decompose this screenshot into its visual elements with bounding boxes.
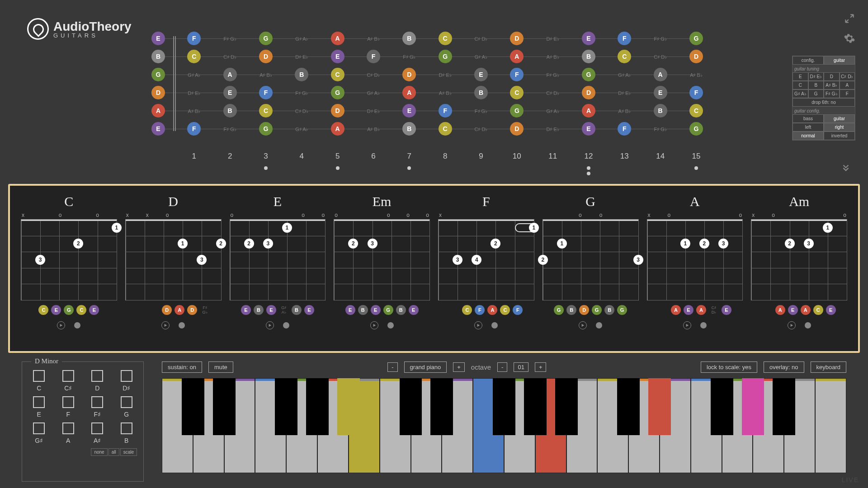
play-chord-icon[interactable] [474, 321, 482, 329]
fret-note[interactable]: C [507, 86, 526, 99]
config-option[interactable]: guitar [824, 114, 855, 123]
fret-note[interactable]: B [292, 68, 311, 81]
fret-note[interactable]: A♯ B♭ [687, 71, 706, 78]
fret-note[interactable]: A [651, 68, 670, 81]
fret-note[interactable]: B [579, 50, 598, 63]
tuning-cell[interactable]: G [808, 89, 824, 98]
fret-note[interactable]: G [687, 32, 706, 45]
config-option[interactable]: guitar [824, 56, 855, 65]
fret-note[interactable]: D [256, 50, 275, 63]
black-key[interactable] [337, 378, 360, 435]
record-chord-icon[interactable] [805, 322, 811, 328]
scale-note-toggle[interactable] [91, 422, 103, 434]
chord-E[interactable]: Eooo123EBEG♯ A♭BE [230, 194, 326, 343]
tuning-cell[interactable]: D♯ E♭ [808, 72, 824, 81]
fret-note[interactable]: D♯ E♭ [543, 126, 562, 132]
fret-note[interactable]: A [221, 68, 240, 81]
stepper[interactable]: + [535, 362, 547, 372]
fret-note[interactable]: E [651, 86, 670, 99]
black-key[interactable] [430, 378, 453, 435]
fret-note[interactable]: G [256, 122, 275, 136]
fret-note[interactable]: E [328, 50, 347, 63]
fret-note[interactable]: F♯ G♭ [400, 53, 419, 60]
fret-note[interactable]: D [579, 86, 598, 99]
fret-note[interactable]: E [472, 68, 491, 81]
scale-note-toggle[interactable] [62, 370, 74, 382]
white-key-C[interactable] [815, 378, 846, 473]
fret-note[interactable]: A [328, 32, 347, 45]
fret-note[interactable]: F [507, 68, 526, 81]
config-option[interactable]: normal [793, 131, 824, 140]
fret-note[interactable]: D [507, 32, 526, 45]
chord-F[interactable]: Fx1234CFACF [438, 194, 534, 343]
fret-note[interactable]: A [400, 86, 419, 99]
black-key[interactable] [524, 378, 547, 435]
lock-to-scale-toggle[interactable]: lock to scale: yes [701, 361, 757, 373]
fret-note[interactable]: C♯ D♭ [292, 108, 311, 114]
fret-note[interactable]: F [687, 86, 706, 99]
fret-note[interactable]: A♯ B♭ [364, 35, 383, 42]
fret-note[interactable]: D♯ E♭ [364, 108, 383, 114]
fret-note[interactable]: F♯ G♭ [651, 126, 670, 132]
tuning-cell[interactable]: B [808, 81, 824, 89]
fret-note[interactable]: G♯ A♭ [292, 35, 311, 42]
play-chord-icon[interactable] [57, 321, 65, 329]
drop-tuning[interactable]: drop 6th: no [793, 98, 855, 107]
fret-note[interactable]: C [436, 32, 455, 45]
fret-note[interactable]: B [400, 32, 419, 45]
record-chord-icon[interactable] [387, 322, 394, 328]
black-key[interactable] [213, 378, 236, 435]
fret-note[interactable]: C [256, 104, 275, 117]
fret-note[interactable]: F♯ G♭ [221, 35, 240, 42]
fret-note[interactable]: G [256, 32, 275, 45]
play-chord-icon[interactable] [579, 321, 587, 329]
tuning-cell[interactable]: A♯ B♭ [824, 81, 840, 89]
fret-note[interactable]: D♯ E♭ [436, 71, 455, 78]
instrument-select[interactable]: grand piano [404, 361, 447, 373]
fret-note[interactable]: F♯ G♭ [472, 108, 491, 114]
gear-icon[interactable] [844, 33, 855, 44]
scale-note-toggle[interactable] [121, 422, 132, 434]
fret-note[interactable]: E [400, 104, 419, 117]
black-key[interactable] [275, 378, 297, 435]
fret-note[interactable]: F [184, 122, 203, 136]
tuning-cell[interactable]: C♯ D♭ [840, 72, 855, 81]
fret-note[interactable]: F [184, 32, 203, 45]
black-key[interactable] [400, 378, 422, 435]
black-key[interactable] [182, 378, 204, 435]
fret-note[interactable]: G [149, 68, 168, 81]
fret-note[interactable]: G♯ A♭ [292, 126, 311, 132]
fret-note[interactable]: E [149, 32, 168, 45]
scale-note-toggle[interactable] [62, 396, 74, 408]
fret-note[interactable]: B [400, 122, 419, 136]
black-key[interactable] [555, 378, 578, 435]
fret-note[interactable]: F♯ G♭ [651, 35, 670, 42]
black-key[interactable] [306, 378, 329, 435]
fret-note[interactable]: B [651, 104, 670, 117]
fret-note[interactable]: G [687, 122, 706, 136]
play-chord-icon[interactable] [683, 321, 691, 329]
scale-note-toggle[interactable] [33, 422, 45, 434]
fret-note[interactable]: D♯ E♭ [615, 89, 634, 96]
fret-note[interactable]: G♯ A♭ [615, 71, 634, 78]
play-chord-icon[interactable] [788, 321, 796, 329]
fret-note[interactable]: C [436, 122, 455, 136]
fret-note[interactable]: G [436, 50, 455, 63]
config-option[interactable]: inverted [824, 131, 855, 140]
config-option[interactable]: config. [793, 56, 824, 65]
fret-note[interactable]: E [579, 122, 598, 136]
scale-note-toggle[interactable] [62, 422, 74, 434]
fret-note[interactable]: F♯ G♭ [292, 89, 311, 96]
config-option[interactable]: right [824, 123, 855, 131]
record-chord-icon[interactable] [179, 322, 185, 328]
tuning-cell[interactable]: F [840, 89, 855, 98]
fret-note[interactable]: C [184, 50, 203, 63]
fret-note[interactable]: C♯ D♭ [543, 89, 562, 96]
fret-note[interactable]: F [615, 32, 634, 45]
play-chord-icon[interactable] [370, 321, 378, 329]
tuning-cell[interactable]: A [840, 81, 855, 89]
fret-note[interactable]: F♯ G♭ [543, 71, 562, 78]
fret-note[interactable]: C♯ D♭ [651, 53, 670, 60]
fret-note[interactable]: C♯ D♭ [364, 71, 383, 78]
fret-note[interactable]: B [221, 104, 240, 117]
